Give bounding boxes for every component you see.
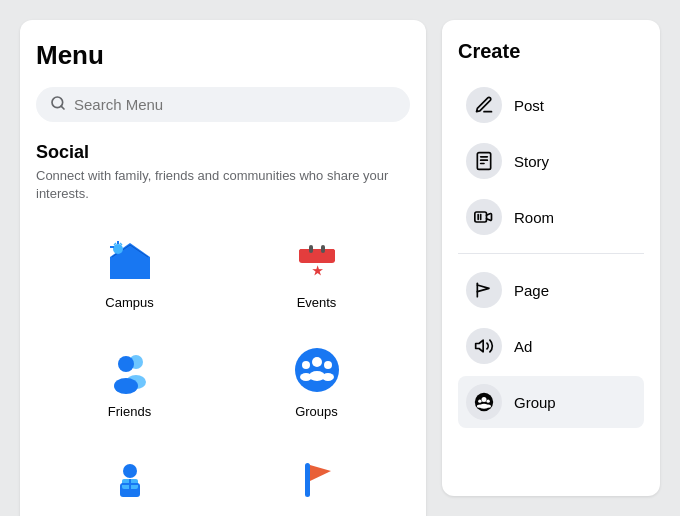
svg-rect-14 bbox=[321, 245, 325, 253]
groups-item[interactable]: Groups bbox=[223, 330, 410, 431]
svg-point-25 bbox=[324, 361, 332, 369]
pages-item[interactable]: Pages bbox=[223, 439, 410, 516]
svg-point-45 bbox=[477, 405, 483, 408]
svg-point-44 bbox=[478, 400, 481, 403]
create-room-item[interactable]: Room bbox=[458, 191, 644, 243]
pages-icon bbox=[289, 451, 345, 507]
svg-marker-40 bbox=[476, 340, 484, 352]
create-story-item[interactable]: Story bbox=[458, 135, 644, 187]
events-label: Events bbox=[297, 295, 337, 310]
svg-point-42 bbox=[482, 397, 487, 402]
group-label: Group bbox=[514, 394, 556, 411]
svg-text:★: ★ bbox=[311, 264, 322, 278]
create-title: Create bbox=[458, 40, 644, 63]
svg-point-20 bbox=[295, 348, 339, 392]
create-group-item[interactable]: Group bbox=[458, 376, 644, 428]
friends-label: Friends bbox=[108, 404, 151, 419]
svg-rect-32 bbox=[305, 463, 310, 497]
create-post-item[interactable]: Post bbox=[458, 79, 644, 131]
events-icon: ★ bbox=[289, 233, 345, 289]
svg-point-26 bbox=[322, 373, 334, 381]
svg-point-19 bbox=[114, 378, 138, 394]
story-icon bbox=[466, 143, 502, 179]
page-label: Page bbox=[514, 282, 549, 299]
campus-icon bbox=[102, 233, 158, 289]
svg-point-21 bbox=[312, 357, 322, 367]
post-label: Post bbox=[514, 97, 544, 114]
groups-icon bbox=[289, 342, 345, 398]
newsfeed-item[interactable]: News Feed bbox=[36, 439, 223, 516]
svg-point-23 bbox=[302, 361, 310, 369]
social-grid: Campus ★ Events bbox=[36, 221, 410, 516]
search-icon bbox=[50, 95, 66, 114]
page-icon bbox=[466, 272, 502, 308]
left-panel: Menu Social Connect with family, friends… bbox=[20, 20, 426, 516]
svg-point-24 bbox=[300, 373, 312, 381]
create-divider bbox=[458, 253, 644, 254]
svg-point-47 bbox=[485, 405, 491, 408]
friends-icon bbox=[102, 342, 158, 398]
events-item[interactable]: ★ Events bbox=[223, 221, 410, 322]
svg-rect-12 bbox=[299, 249, 335, 263]
ad-label: Ad bbox=[514, 338, 532, 355]
svg-rect-13 bbox=[309, 245, 313, 253]
groups-label: Groups bbox=[295, 404, 338, 419]
post-icon bbox=[466, 87, 502, 123]
create-page-item[interactable]: Page bbox=[458, 264, 644, 316]
room-label: Room bbox=[514, 209, 554, 226]
page-title: Menu bbox=[36, 40, 410, 71]
svg-point-46 bbox=[487, 400, 490, 403]
svg-point-27 bbox=[123, 464, 137, 478]
group-icon bbox=[466, 384, 502, 420]
svg-line-1 bbox=[61, 106, 64, 109]
create-ad-item[interactable]: Ad bbox=[458, 320, 644, 372]
campus-label: Campus bbox=[105, 295, 153, 310]
right-panel: Create Post Story bbox=[442, 20, 660, 496]
campus-item[interactable]: Campus bbox=[36, 221, 223, 322]
room-icon bbox=[466, 199, 502, 235]
search-input[interactable] bbox=[74, 96, 396, 113]
ad-icon bbox=[466, 328, 502, 364]
social-section-desc: Connect with family, friends and communi… bbox=[36, 167, 410, 203]
story-label: Story bbox=[514, 153, 549, 170]
newsfeed-icon bbox=[102, 451, 158, 507]
svg-point-18 bbox=[118, 356, 134, 372]
friends-item[interactable]: Friends bbox=[36, 330, 223, 431]
search-bar[interactable] bbox=[36, 87, 410, 122]
social-section-title: Social bbox=[36, 142, 410, 163]
